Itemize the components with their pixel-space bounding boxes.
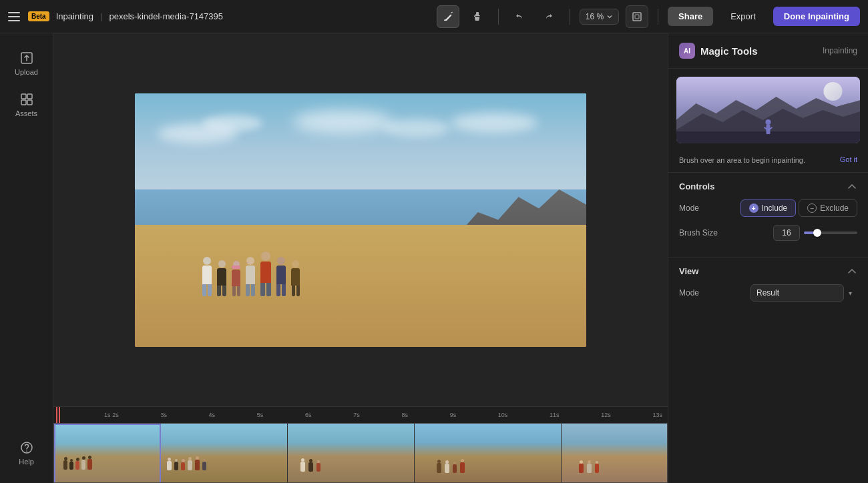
panel-mode-label: Inpainting: [823, 46, 857, 55]
controls-collapse-button[interactable]: [847, 181, 857, 191]
ruler-mark-12s: 12s: [601, 412, 611, 418]
redo-button[interactable]: [537, 5, 560, 28]
ruler-mark-7s: 7s: [353, 412, 360, 418]
ruler-mark-5s: 5s: [257, 412, 264, 418]
svg-rect-5: [21, 100, 26, 105]
ruler-mark-13s: 13s: [652, 412, 662, 418]
help-icon: [19, 440, 34, 455]
view-mode-select-wrapper: ResultOriginalMask: [750, 284, 857, 302]
mode-control-row: Mode + Include − Exclude: [679, 199, 857, 217]
view-mode-row: Mode ResultOriginalMask: [679, 284, 857, 302]
preview-svg: [676, 77, 860, 143]
preview-image: [676, 77, 860, 143]
mode-buttons: + Include − Exclude: [740, 199, 857, 217]
divider-2: [570, 9, 570, 25]
brush-tool-button[interactable]: [437, 5, 459, 28]
export-button[interactable]: Export: [720, 7, 767, 26]
hint-row: Brush over an area to begin inpainting. …: [668, 151, 868, 172]
upload-label: Upload: [15, 68, 38, 76]
title-separator: |: [100, 11, 102, 21]
divider-3: [658, 9, 658, 25]
upload-icon: [19, 51, 34, 65]
svg-point-8: [26, 450, 27, 452]
main-content: Upload Assets Help: [0, 33, 868, 483]
timeline-strip[interactable]: [53, 423, 668, 483]
svg-rect-0: [633, 13, 641, 21]
zoom-chevron-icon: [606, 13, 613, 20]
timeline-ruler[interactable]: 1s 2s 3s 4s 5s 6s 7s 8s 9s 10s 11s 12s: [53, 407, 668, 423]
timeline-thumb-5[interactable]: [562, 424, 668, 483]
exclude-mode-button[interactable]: − Exclude: [799, 199, 857, 217]
got-it-link[interactable]: Got it: [840, 155, 857, 163]
include-icon: +: [749, 203, 758, 213]
controls-section-header: Controls: [679, 181, 857, 191]
panel-title-area: AI Magic Tools: [679, 43, 758, 59]
exclude-icon: −: [807, 203, 817, 213]
done-inpainting-button[interactable]: Done Inpainting: [773, 7, 860, 26]
sidebar-item-upload[interactable]: Upload: [4, 44, 49, 83]
zoom-value: 16 %: [586, 12, 604, 21]
controls-section-title: Controls: [679, 181, 714, 191]
frame-button[interactable]: [626, 5, 648, 28]
app-title: Inpainting: [56, 11, 93, 21]
zoom-control[interactable]: 16 %: [580, 9, 619, 25]
brush-size-control: 16: [773, 225, 857, 241]
ruler-mark-11s: 11s: [550, 412, 560, 418]
undo-button[interactable]: [508, 5, 531, 28]
exclude-label: Exclude: [820, 203, 849, 213]
ruler-mark-4s: 4s: [209, 412, 216, 418]
svg-rect-6: [27, 100, 32, 105]
ruler-mark-3s: 3s: [160, 412, 167, 418]
view-mode-label: Mode: [679, 288, 699, 298]
file-name: pexels-kindel-media-7147395: [109, 11, 223, 21]
beta-badge: Beta: [28, 11, 49, 21]
timeline-thumb-2[interactable]: [161, 424, 288, 483]
divider-1: [498, 9, 499, 25]
right-panel: AI Magic Tools Inpainting: [668, 33, 868, 483]
assets-icon: [19, 92, 34, 107]
share-button[interactable]: Share: [668, 7, 713, 26]
timeline-thumb-4[interactable]: [415, 424, 562, 483]
brush-size-label: Brush Size: [679, 228, 718, 237]
svg-rect-3: [21, 94, 26, 99]
brush-size-row: Brush Size 16: [679, 225, 857, 241]
canvas-area: 1s 2s 3s 4s 5s 6s 7s 8s 9s 10s 11s 12s: [53, 33, 668, 483]
ruler-mark-6s: 6s: [305, 412, 312, 418]
ruler-mark-9s: 9s: [450, 412, 457, 418]
panel-header: AI Magic Tools Inpainting: [668, 33, 868, 69]
controls-section: Controls Mode + Include − Exclude: [668, 172, 868, 257]
sidebar-item-help[interactable]: Help: [4, 434, 49, 472]
help-label: Help: [19, 458, 34, 466]
canvas-image[interactable]: [135, 93, 586, 347]
ai-badge: AI: [679, 43, 695, 59]
ruler-mark-1s: 1s: [104, 412, 111, 418]
canvas-viewport[interactable]: [53, 33, 668, 406]
pan-tool-button[interactable]: [466, 5, 489, 28]
view-section-title: View: [679, 266, 698, 276]
brush-slider-thumb[interactable]: [813, 229, 821, 237]
svg-point-10: [824, 82, 843, 101]
sidebar-item-assets[interactable]: Assets: [4, 85, 49, 124]
topbar: Beta Inpainting | pexels-kindel-media-71…: [0, 0, 868, 33]
ruler-mark-2s: 2s: [112, 412, 119, 418]
left-sidebar: Upload Assets Help: [0, 33, 53, 483]
ruler-mark-8s: 8s: [401, 412, 408, 418]
svg-rect-1: [635, 15, 639, 19]
view-collapse-button[interactable]: [847, 266, 857, 276]
include-label: Include: [762, 203, 788, 213]
view-mode-select[interactable]: ResultOriginalMask: [750, 284, 844, 302]
brush-size-input[interactable]: 16: [773, 225, 800, 241]
mode-control-label: Mode: [679, 203, 699, 213]
ruler-mark-10s: 10s: [498, 412, 508, 418]
svg-point-12: [766, 119, 771, 125]
hint-text: Brush over an area to begin inpainting.: [679, 155, 836, 165]
view-section: View Mode ResultOriginalMask: [668, 257, 868, 318]
brush-slider-track[interactable]: [804, 231, 857, 234]
menu-button[interactable]: [8, 10, 21, 23]
svg-rect-4: [27, 94, 32, 99]
include-mode-button[interactable]: + Include: [740, 199, 797, 217]
timeline: 1s 2s 3s 4s 5s 6s 7s 8s 9s 10s 11s 12s: [53, 406, 668, 483]
timeline-thumb-3[interactable]: [288, 424, 415, 483]
panel-title: Magic Tools: [700, 45, 758, 57]
timeline-thumb-1[interactable]: [54, 424, 161, 483]
